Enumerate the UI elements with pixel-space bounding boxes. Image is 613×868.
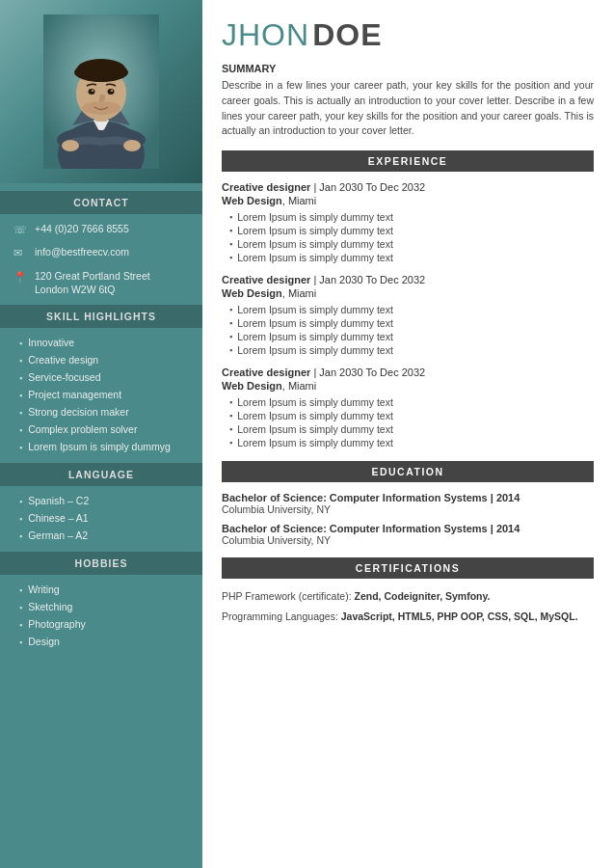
- email-text: info@bestfreecv.com: [35, 245, 129, 259]
- summary-header: SUMMARY: [222, 63, 594, 74]
- last-name: DOE: [312, 17, 382, 52]
- skill-item: ▪Service-focused: [13, 368, 189, 386]
- skill-item: ▪Strong decision maker: [13, 403, 189, 420]
- hobby-item: ▪Design: [13, 633, 189, 650]
- skills-header: SKILL HIGHLIGHTS: [0, 305, 202, 328]
- bullet-item: Lorem Ipsum is simply dummy text: [229, 409, 594, 422]
- job-title-2: Creative designer | Jan 2030 To Dec 2032: [222, 274, 594, 285]
- svg-point-10: [108, 89, 115, 95]
- svg-point-9: [89, 89, 95, 95]
- bullet-item: Lorem Ipsum is simply dummy text: [229, 395, 594, 409]
- svg-point-14: [62, 140, 79, 151]
- hobby-item: ▪Sketching: [13, 598, 189, 615]
- email-item: ✉ info@bestfreecv.com: [13, 245, 189, 260]
- contact-header: CONTACT: [0, 191, 202, 214]
- bullet-item: Lorem Ipsum is simply dummy text: [229, 316, 594, 330]
- contact-section: ☏ +44 (0)20 7666 8555 ✉ info@bestfreecv.…: [0, 214, 202, 297]
- certifications-header: CERTIFICATIONS: [222, 557, 594, 579]
- skill-item: ▪Lorem Ipsum is simply dummyg: [13, 438, 189, 455]
- email-icon: ✉: [13, 246, 29, 260]
- job-entry-1: Creative designer | Jan 2030 To Dec 2032…: [222, 181, 594, 264]
- bullet-item: Lorem Ipsum is simply dummy text: [229, 224, 594, 237]
- bullet-item: Lorem Ipsum is simply dummy text: [229, 343, 594, 357]
- job-title-1: Creative designer | Jan 2030 To Dec 2032: [222, 181, 594, 193]
- job-entry-2: Creative designer | Jan 2030 To Dec 2032…: [222, 274, 594, 357]
- skill-item: ▪Complex problem solver: [13, 420, 189, 438]
- experience-header: EXPERIENCE: [222, 150, 594, 172]
- skill-item: ▪Innovative: [13, 334, 189, 351]
- name-section: JHON DOE: [222, 17, 594, 53]
- skill-item: ▪Project management: [13, 386, 189, 403]
- cert-line-1: PHP Framework (certificate): Zend, Codei…: [222, 588, 594, 605]
- phone-item: ☏ +44 (0)20 7666 8555: [13, 222, 189, 237]
- lang-item: ▪Chinese – A1: [13, 509, 189, 527]
- main-content: JHON DOE SUMMARY Describe in a few lines…: [202, 0, 613, 868]
- bullet-item: Lorem Ipsum is simply dummy text: [229, 237, 594, 251]
- first-name: JHON: [222, 17, 309, 52]
- job-company-3: Web Design, Miami: [222, 380, 594, 392]
- edu-entry-2: Bachelor of Science: Computer Informatio…: [222, 523, 594, 546]
- location-icon: 📍: [13, 270, 29, 285]
- job-bullets-3: Lorem Ipsum is simply dummy text Lorem I…: [222, 395, 594, 449]
- lang-item: ▪German – A2: [13, 527, 189, 544]
- bullet-item: Lorem Ipsum is simply dummy text: [229, 251, 594, 264]
- bullet-item: Lorem Ipsum is simply dummy text: [229, 330, 594, 343]
- edu-inst-2: Columbia University, NY: [222, 534, 594, 546]
- edu-inst-1: Columbia University, NY: [222, 503, 594, 515]
- edu-entry-1: Bachelor of Science: Computer Informatio…: [222, 492, 594, 515]
- hobbies-header: HOBBIES: [0, 552, 202, 575]
- summary-text: Describe in a few lines your career path…: [222, 78, 594, 139]
- summary-section: SUMMARY Describe in a few lines your car…: [222, 63, 594, 139]
- bullet-item: Lorem Ipsum is simply dummy text: [229, 210, 594, 224]
- language-section: ▪Spanish – C2 ▪Chinese – A1 ▪German – A2: [0, 486, 202, 544]
- profile-photo: [0, 0, 202, 183]
- edu-degree-1: Bachelor of Science: Computer Informatio…: [222, 492, 594, 503]
- hobby-item: ▪Photography: [13, 615, 189, 633]
- hobbies-section: ▪Writing ▪Sketching ▪Photography ▪Design: [0, 575, 202, 650]
- sidebar: CONTACT ☏ +44 (0)20 7666 8555 ✉ info@bes…: [0, 0, 202, 868]
- phone-icon: ☏: [13, 223, 29, 237]
- svg-point-12: [111, 90, 113, 92]
- education-header: EDUCATION: [222, 461, 594, 482]
- job-bullets-2: Lorem Ipsum is simply dummy text Lorem I…: [222, 303, 594, 357]
- svg-point-8: [74, 63, 128, 82]
- address-item: 📍 120 Great Portland Street London W2W 6…: [13, 269, 189, 297]
- job-bullets-1: Lorem Ipsum is simply dummy text Lorem I…: [222, 210, 594, 264]
- job-title-3: Creative designer | Jan 2030 To Dec 2032: [222, 366, 594, 378]
- svg-point-13: [82, 101, 120, 115]
- skills-section: ▪Innovative ▪Creative design ▪Service-fo…: [0, 328, 202, 455]
- address-text: 120 Great Portland Street London W2W 6tQ: [35, 269, 150, 297]
- cert-line-2: Programming Languages: JavaScript, HTML5…: [222, 609, 594, 625]
- skill-item: ▪Creative design: [13, 351, 189, 368]
- bullet-item: Lorem Ipsum is simply dummy text: [229, 303, 594, 316]
- svg-point-15: [123, 140, 141, 151]
- bullet-item: Lorem Ipsum is simply dummy text: [229, 422, 594, 436]
- phone-text: +44 (0)20 7666 8555: [35, 222, 129, 236]
- hobby-item: ▪Writing: [13, 581, 189, 598]
- bullet-item: Lorem Ipsum is simply dummy text: [229, 436, 594, 449]
- job-company-2: Web Design, Miami: [222, 287, 594, 299]
- job-entry-3: Creative designer | Jan 2030 To Dec 2032…: [222, 366, 594, 449]
- job-company-1: Web Design, Miami: [222, 195, 594, 206]
- svg-point-11: [92, 90, 93, 92]
- language-header: LANGUAGE: [0, 463, 202, 486]
- edu-degree-2: Bachelor of Science: Computer Informatio…: [222, 523, 594, 534]
- lang-item: ▪Spanish – C2: [13, 492, 189, 509]
